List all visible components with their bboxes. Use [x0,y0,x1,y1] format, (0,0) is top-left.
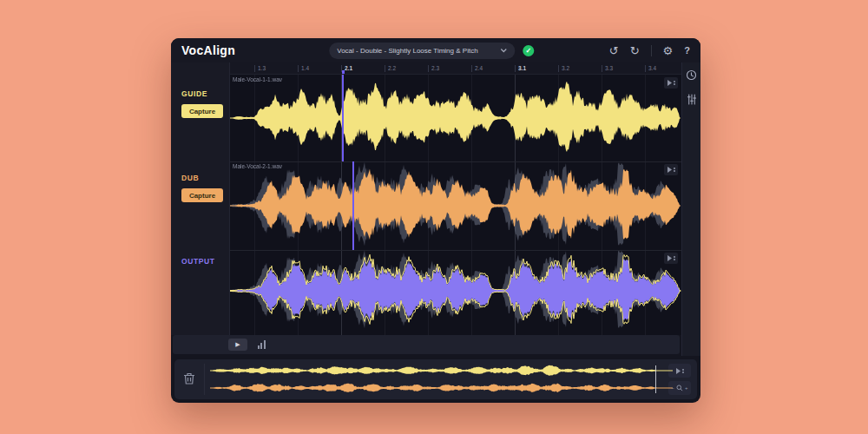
level-meter-icon[interactable] [254,339,268,351]
overview-end-marker[interactable] [655,365,657,393]
ruler[interactable]: 1.31.42.12.22.32.43.13.23.33.4 [230,62,681,75]
guide-waveform[interactable] [230,75,681,161]
ruler-tick: 3.2 [558,65,569,72]
output-track-label: OUTPUT [181,257,230,266]
dub-track-label: DUB [181,174,230,182]
redo-icon[interactable]: ↻ [630,45,640,56]
overview-divider [204,364,205,395]
play-button[interactable]: ▶ [228,339,247,351]
overview-guide-waveform [210,363,674,378]
magnifier-icon [676,385,683,392]
chevron-down-icon [500,47,507,55]
guide-capture-button[interactable]: Capture [181,104,223,118]
ruler-tick: 3.1 [515,65,526,72]
ruler-tick: 1.3 [254,65,266,72]
dub-capture-button[interactable]: Capture [181,188,223,202]
overview-dub-waveform [210,380,674,396]
preset-dropdown[interactable]: Vocal - Double - Slightly Loose Timing &… [329,43,515,59]
output-waveform[interactable] [230,250,681,335]
ruler-tick: 1.4 [298,65,309,72]
guide-track-header: GUIDE Capture [171,89,230,118]
history-clock-icon[interactable] [685,68,699,82]
overview-waveforms[interactable] [210,362,662,397]
right-toolbar [681,62,700,356]
waveform-area[interactable]: Male-Vocal-1-1.wav Male-Vocal-2-1.wav [230,75,681,335]
ruler-tick: 2.2 [385,65,396,72]
ruler-tick: 2.4 [471,65,483,72]
preset-status-check-icon: ✓ [523,45,534,56]
zoom-in-label[interactable]: + [685,385,688,391]
guide-track-label: GUIDE [181,89,230,98]
transport-bar: ▶ [173,335,680,354]
header-divider [651,45,652,56]
undo-icon[interactable]: ↺ [609,45,619,56]
dub-waveform[interactable] [230,161,681,250]
guide-file-label: Male-Vocal-1-1.wav [233,76,282,82]
ruler-tick: 2.3 [428,65,439,72]
main-area: GUIDE Capture DUB Capture OUTPUT 1.31.42… [171,62,700,403]
track-label-column: GUIDE Capture DUB Capture OUTPUT [171,62,230,335]
settings-sliders-icon[interactable] [685,92,699,106]
guide-playhead [342,75,344,161]
dub-edit-mode-button[interactable] [664,164,678,175]
vocalign-window: VocAlign Vocal - Double - Slightly Loose… [171,38,700,403]
trash-icon[interactable] [181,371,197,388]
ruler-tick: 3.3 [602,65,613,72]
dub-playhead [352,161,354,250]
output-track-header: OUTPUT [171,257,230,272]
ruler-tick: 3.4 [645,65,656,72]
settings-gear-icon[interactable]: ⚙ [663,45,674,56]
help-button[interactable]: ? [684,45,690,56]
header-icons: ↺ ↻ ⚙ ? [609,45,690,56]
app-logo: VocAlign [181,43,235,57]
guide-edit-mode-button[interactable] [664,77,678,89]
output-edit-mode-button[interactable] [664,253,678,264]
overview-panel: − + [174,359,697,399]
dub-track-header: DUB Capture [171,174,230,202]
header-bar: VocAlign Vocal - Double - Slightly Loose… [171,38,700,62]
desktop-background: VocAlign Vocal - Double - Slightly Loose… [0,0,868,434]
dub-file-label: Male-Vocal-2-1.wav [233,163,282,169]
preset-value: Vocal - Double - Slightly Loose Timing &… [337,47,500,55]
ruler-tick: 2.1 [341,65,352,72]
preset-group: Vocal - Double - Slightly Loose Timing &… [329,38,534,62]
